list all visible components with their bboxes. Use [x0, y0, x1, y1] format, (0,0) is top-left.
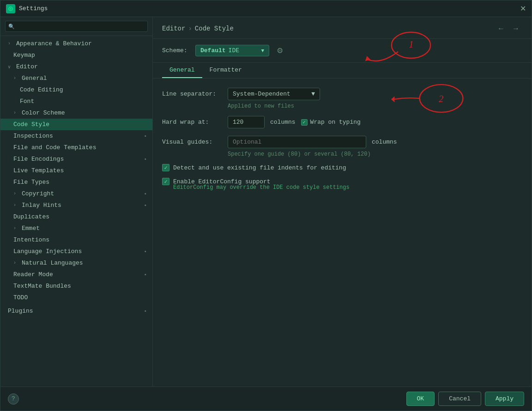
tab-formatter[interactable]: Formatter [202, 63, 249, 78]
wrap-on-typing-label: Wrap on typing [310, 119, 361, 126]
editor-config-note: EditorConfig may override the IDE code s… [162, 184, 522, 191]
search-icon: 🔍 [8, 24, 15, 30]
hard-wrap-input[interactable] [228, 116, 265, 128]
sidebar-item-color-scheme[interactable]: › Color Scheme [0, 107, 152, 119]
sidebar-item-general[interactable]: › General [0, 73, 152, 84]
checkmark-icon: ✓ [302, 119, 306, 125]
checkmark-icon: ✓ [164, 164, 167, 171]
hard-wrap-row: Hard wrap at: columns ✓ Wrap on typing [162, 116, 522, 128]
footer-left: ? [8, 393, 19, 405]
breadcrumb: Editor › Code Style [162, 25, 234, 32]
sidebar-item-label: General [22, 75, 47, 82]
scheme-name: Default [200, 47, 226, 54]
settings-icon: ▪ [144, 133, 147, 139]
sidebar-item-font[interactable]: Font [0, 96, 152, 107]
breadcrumb-bar: Editor › Code Style ← → [153, 17, 532, 39]
sidebar-item-editor[interactable]: ∨ Editor [0, 61, 152, 73]
detect-indents-checkbox[interactable]: ✓ [162, 164, 169, 171]
breadcrumb-separator: › [188, 25, 192, 32]
dropdown-arrow-icon: ▼ [261, 48, 264, 54]
settings-icon: ▪ [144, 203, 147, 208]
line-separator-row: Line separator: System-Dependent ▼ [162, 88, 522, 100]
sidebar-item-textmate-bundles[interactable]: TextMate Bundles [0, 280, 152, 292]
editor-config-checkbox[interactable]: ✓ [162, 178, 169, 185]
sidebar-item-label: Emmet [22, 225, 40, 232]
sidebar-item-keymap[interactable]: Keymap [0, 49, 152, 61]
breadcrumb-editor: Editor [162, 25, 185, 32]
cancel-button[interactable]: Cancel [438, 392, 481, 406]
checkmark-icon: ✓ [164, 178, 167, 185]
scheme-label: Scheme: [162, 47, 190, 54]
wrap-on-typing-checkbox[interactable]: ✓ [301, 119, 308, 126]
scheme-type: IDE [229, 47, 239, 54]
sidebar-item-natural-languages[interactable]: › Natural Languages [0, 257, 152, 269]
ok-button[interactable]: OK [406, 392, 435, 406]
sidebar-item-todo[interactable]: TODO [0, 292, 152, 303]
visual-guides-label: Visual guides: [162, 139, 222, 145]
sidebar-item-label: Keymap [13, 52, 35, 59]
sidebar-item-live-templates[interactable]: Live Templates [0, 165, 152, 176]
tabs-row: General Formatter [153, 63, 532, 79]
apply-button[interactable]: Apply [485, 392, 524, 406]
breadcrumb-code-style: Code Style [195, 25, 234, 32]
scheme-dropdown[interactable]: Default IDE ▼ [195, 45, 269, 56]
chevron-down-icon: ∨ [8, 64, 13, 70]
sidebar-item-reader-mode[interactable]: Reader Mode ▪ [0, 269, 152, 280]
visual-guides-input[interactable] [228, 136, 366, 148]
scheme-dropdown-text: Default IDE [200, 47, 239, 54]
sidebar-item-file-encodings[interactable]: File Encodings ▪ [0, 153, 152, 165]
search-input[interactable] [5, 21, 148, 32]
sidebar-item-label: Language Injections [13, 248, 82, 255]
sidebar-item-emmet[interactable]: › Emmet [0, 223, 152, 234]
help-button[interactable]: ? [8, 393, 19, 405]
sidebar-item-label: TextMate Bundles [13, 283, 71, 290]
sidebar-item-label: File and Code Templates [13, 144, 96, 151]
forward-button[interactable]: → [509, 24, 522, 34]
sidebar-item-label: Code Editing [20, 86, 63, 93]
breadcrumb-nav: ← → [495, 24, 522, 34]
footer: ? OK Cancel Apply [0, 387, 532, 411]
back-button[interactable]: ← [495, 24, 508, 34]
detect-indents-row: ✓ Detect and use existing file indents f… [162, 164, 522, 171]
line-separator-arrow-icon: ▼ [311, 91, 315, 97]
settings-icon: ▪ [144, 272, 147, 278]
window-title: Settings [19, 5, 48, 12]
sidebar-item-plugins[interactable]: Plugins ▪ [0, 305, 152, 317]
line-separator-label: Line separator: [162, 91, 222, 97]
sidebar-item-label: Natural Languages [22, 260, 83, 266]
sidebar-item-appearance[interactable]: › Appearance & Behavior [0, 38, 152, 49]
settings-icon: ▪ [144, 191, 147, 197]
sidebar-item-label: Duplicates [13, 213, 49, 220]
scheme-row: Scheme: Default IDE ▼ ⚙ [153, 39, 532, 63]
sidebar-item-label: Color Scheme [22, 109, 65, 116]
sidebar-item-label: Plugins [8, 308, 33, 314]
sidebar-item-code-style[interactable]: Code Style [0, 119, 152, 130]
sidebar-item-copyright[interactable]: › Copyright ▪ [0, 188, 152, 199]
sidebar-item-inspections[interactable]: Inspections ▪ [0, 130, 152, 142]
settings-icon: ▪ [144, 249, 147, 254]
chevron-right-icon: › [13, 191, 19, 196]
search-bar: 🔍 [0, 17, 152, 36]
chevron-right-icon: › [13, 226, 19, 231]
sidebar-item-duplicates[interactable]: Duplicates [0, 211, 152, 223]
search-wrapper: 🔍 [5, 21, 148, 32]
sidebar-item-intentions[interactable]: Intentions [0, 234, 152, 246]
scheme-gear-button[interactable]: ⚙ [275, 44, 285, 57]
sidebar-item-label: Inlay Hints [22, 202, 61, 209]
line-separator-note: Applied to new files [162, 103, 522, 109]
sidebar-item-code-editing[interactable]: Code Editing [0, 84, 152, 96]
sidebar-item-file-types[interactable]: File Types [0, 176, 152, 188]
main-content: 🔍 › Appearance & Behavior Keymap ∨ Edito [0, 17, 532, 387]
settings-content: Line separator: System-Dependent ▼ Appli… [153, 79, 532, 387]
content-wrapper: Editor › Code Style ← → Scheme: Default [153, 17, 532, 387]
line-separator-dropdown[interactable]: System-Dependent ▼ [228, 88, 320, 100]
sidebar-item-label: Appearance & Behavior [16, 40, 92, 47]
tab-general[interactable]: General [162, 63, 202, 78]
sidebar-item-file-code-templates[interactable]: File and Code Templates [0, 142, 152, 153]
sidebar-item-language-injections[interactable]: Language Injections ▪ [0, 246, 152, 257]
close-button[interactable]: ✕ [520, 4, 526, 13]
visual-guides-row: Visual guides: columns [162, 136, 522, 148]
visual-guides-note: Specify one guide (80) or several (80, 1… [162, 151, 522, 157]
sidebar-item-inlay-hints[interactable]: › Inlay Hints ▪ [0, 199, 152, 211]
footer-right: OK Cancel Apply [406, 392, 524, 406]
